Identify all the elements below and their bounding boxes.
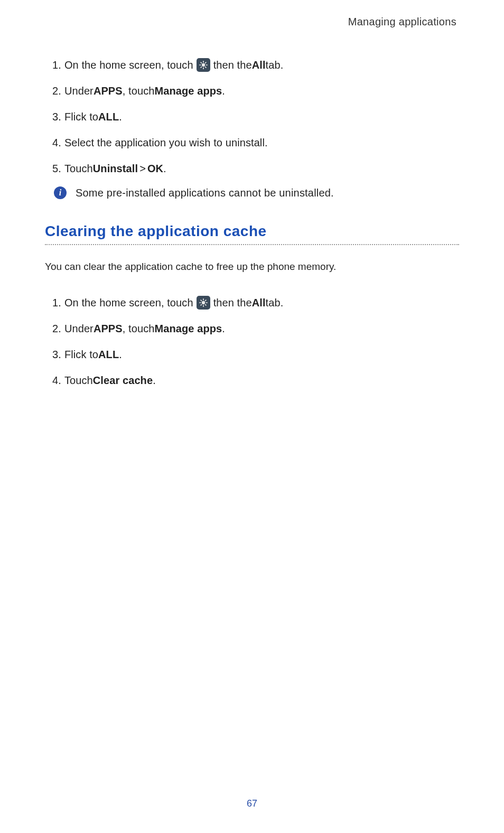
step-text: Flick to <box>64 109 98 125</box>
step-text: tab. <box>266 295 284 311</box>
step-number: 4. <box>52 135 61 151</box>
step-number: 2. <box>52 321 61 336</box>
step-text: tab. <box>266 57 284 73</box>
step-2: 2. Under APPS , touch Manage apps . <box>45 321 459 336</box>
section-heading: Clearing the application cache <box>45 223 459 240</box>
note-text: Some pre-installed applications cannot b… <box>76 187 334 199</box>
step-text: . <box>163 161 166 176</box>
step-text: . <box>119 347 122 362</box>
step-number: 3. <box>52 109 61 125</box>
step-1: 1. On the home screen, touch then the Al… <box>45 295 459 311</box>
step-3: 3. Flick to ALL . <box>45 347 459 362</box>
greater-than: > <box>139 161 146 176</box>
step-bold: APPS <box>94 83 123 99</box>
step-number: 1. <box>52 295 61 311</box>
step-2: 2. Under APPS , touch Manage apps . <box>45 83 459 99</box>
step-text: On the home screen, touch <box>64 295 193 311</box>
step-text: Flick to <box>64 347 98 362</box>
info-icon: i <box>54 186 67 199</box>
step-4: 4. Touch Clear cache . <box>45 372 459 388</box>
step-number: 5. <box>52 161 61 176</box>
svg-point-0 <box>202 64 204 67</box>
step-3: 3. Flick to ALL . <box>45 109 459 125</box>
step-number: 2. <box>52 83 61 99</box>
step-bold: Manage apps <box>155 83 222 99</box>
page-header: Managing applications <box>45 16 459 28</box>
step-text: . <box>222 321 225 336</box>
step-number: 4. <box>52 372 61 388</box>
step-text: then the <box>213 295 252 311</box>
cache-steps-list: 1. On the home screen, touch then the Al… <box>45 295 459 388</box>
step-text: Under <box>64 321 94 336</box>
step-number: 1. <box>52 57 61 73</box>
page-number: 67 <box>0 798 504 809</box>
step-bold: APPS <box>94 321 123 336</box>
step-text: On the home screen, touch <box>64 57 193 73</box>
svg-point-1 <box>202 302 204 304</box>
step-bold: ALL <box>98 109 119 125</box>
step-number: 3. <box>52 347 61 362</box>
step-bold: All <box>252 57 266 73</box>
step-bold: Manage apps <box>155 321 222 336</box>
step-bold: Uninstall <box>93 161 138 176</box>
uninstall-steps-list: 1. On the home screen, touch then the Al… <box>45 57 459 176</box>
step-text: Touch <box>64 161 93 176</box>
section-intro: You can clear the application cache to f… <box>45 261 459 273</box>
step-bold: ALL <box>98 347 119 362</box>
step-text: , touch <box>123 83 155 99</box>
settings-gear-icon <box>197 296 210 310</box>
step-text: Touch <box>64 372 93 388</box>
dotted-divider <box>45 244 459 245</box>
step-bold: Clear cache <box>93 372 153 388</box>
step-text: , touch <box>123 321 155 336</box>
step-text: Under <box>64 83 94 99</box>
step-5: 5. Touch Uninstall > OK . <box>45 161 459 176</box>
step-1: 1. On the home screen, touch then the Al… <box>45 57 459 73</box>
step-bold: OK <box>147 161 163 176</box>
step-text: . <box>153 372 156 388</box>
step-text: then the <box>213 57 252 73</box>
info-note: i Some pre-installed applications cannot… <box>45 186 459 199</box>
step-bold: All <box>252 295 266 311</box>
settings-gear-icon <box>197 58 210 72</box>
step-4: 4. Select the application you wish to un… <box>45 135 459 151</box>
step-text: . <box>119 109 122 125</box>
step-text: . <box>222 83 225 99</box>
step-text: Select the application you wish to unins… <box>64 135 268 151</box>
